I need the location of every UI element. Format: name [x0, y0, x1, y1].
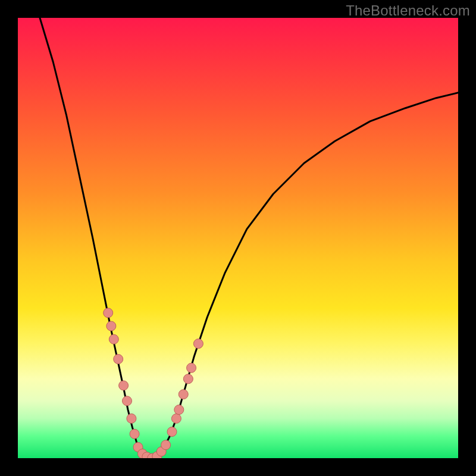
data-marker [161, 440, 171, 450]
data-marker [107, 321, 116, 331]
data-marker [119, 381, 129, 390]
data-marker [171, 414, 181, 423]
data-marker [127, 414, 136, 423]
data-marker [178, 390, 188, 399]
chart-frame: TheBottleneck.com [0, 0, 476, 476]
data-marker [109, 334, 118, 344]
data-marker [114, 355, 123, 364]
data-marker [183, 374, 193, 384]
watermark-text: TheBottleneck.com [346, 2, 470, 19]
chart-overlay [18, 18, 458, 458]
bottleneck-curve [40, 18, 458, 458]
data-marker [187, 363, 196, 372]
data-marker [193, 339, 203, 349]
data-marker [104, 308, 113, 318]
data-marker [130, 429, 139, 439]
data-marker [174, 405, 184, 415]
data-marker [167, 427, 177, 437]
data-markers [104, 308, 203, 458]
data-marker [123, 396, 132, 406]
